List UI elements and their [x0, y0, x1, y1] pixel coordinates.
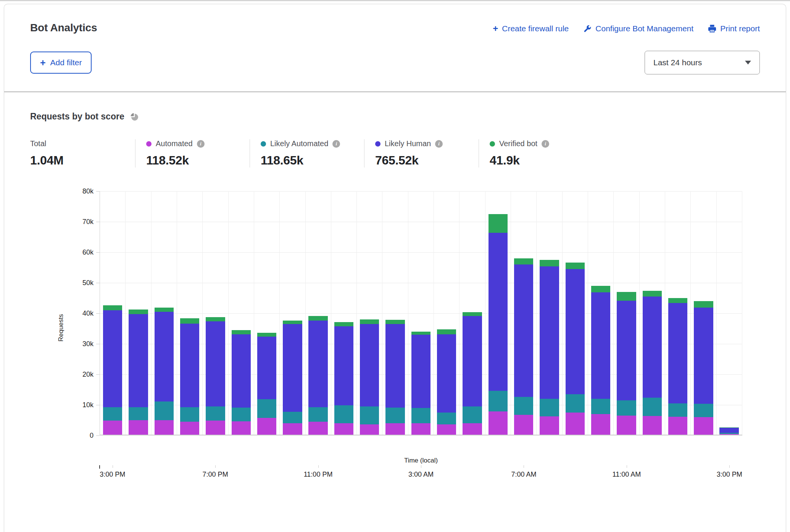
bar-segment-automated[interactable]	[283, 423, 302, 435]
info-icon[interactable]: i	[197, 140, 205, 148]
bar-segment-automated[interactable]	[257, 418, 276, 435]
bar-segment-verified_bot[interactable]	[668, 298, 687, 303]
bar-segment-automated[interactable]	[232, 421, 251, 435]
bar-segment-automated[interactable]	[463, 423, 482, 435]
bar-segment-likely_automated[interactable]	[437, 413, 456, 424]
stacked-bar[interactable]	[103, 305, 122, 435]
stacked-bar[interactable]	[334, 322, 353, 435]
bar-segment-likely_automated[interactable]	[489, 391, 508, 411]
stacked-bar[interactable]	[643, 291, 662, 435]
bar-segment-automated[interactable]	[617, 416, 636, 435]
bar-slot[interactable]	[485, 191, 511, 435]
stacked-bar[interactable]	[719, 427, 738, 435]
bar-slot[interactable]	[459, 191, 485, 435]
bar-segment-likely_human[interactable]	[206, 321, 225, 406]
stacked-bar[interactable]	[463, 312, 482, 435]
bar-segment-likely_automated[interactable]	[257, 399, 276, 418]
bar-segment-likely_human[interactable]	[232, 334, 251, 408]
bar-segment-verified_bot[interactable]	[360, 319, 379, 324]
bar-segment-likely_human[interactable]	[283, 324, 302, 412]
bar-slot[interactable]	[382, 191, 408, 435]
stacked-bar[interactable]	[232, 330, 251, 435]
create-firewall-rule-link[interactable]: + Create firewall rule	[493, 24, 569, 33]
stacked-bar[interactable]	[668, 298, 687, 435]
bar-segment-likely_human[interactable]	[668, 303, 687, 403]
bar-slot[interactable]	[280, 191, 305, 435]
bar-segment-verified_bot[interactable]	[617, 292, 636, 300]
bar-segment-likely_human[interactable]	[308, 321, 327, 407]
bar-segment-likely_automated[interactable]	[103, 407, 122, 421]
bar-slot[interactable]	[254, 191, 280, 435]
info-icon[interactable]: i	[435, 140, 443, 148]
bar-segment-likely_human[interactable]	[180, 324, 199, 407]
bar-segment-verified_bot[interactable]	[591, 286, 610, 292]
stacked-bar[interactable]	[257, 333, 276, 435]
bar-slot[interactable]	[537, 191, 562, 435]
bar-segment-automated[interactable]	[155, 420, 174, 435]
bar-segment-likely_human[interactable]	[643, 297, 662, 398]
add-filter-button[interactable]: + Add filter	[30, 52, 92, 74]
bar-segment-likely_automated[interactable]	[155, 401, 174, 420]
stacked-bar[interactable]	[360, 319, 379, 435]
bar-slot[interactable]	[640, 191, 665, 435]
stacked-bar[interactable]	[694, 301, 713, 435]
bar-segment-verified_bot[interactable]	[129, 310, 148, 314]
bar-slot[interactable]	[408, 191, 434, 435]
bar-slot[interactable]	[563, 191, 588, 435]
bar-segment-likely_human[interactable]	[334, 326, 353, 405]
bar-segment-likely_automated[interactable]	[514, 397, 533, 415]
bar-segment-likely_automated[interactable]	[566, 394, 585, 413]
bar-segment-automated[interactable]	[566, 413, 585, 435]
stacked-bar[interactable]	[566, 263, 585, 435]
bar-segment-automated[interactable]	[643, 416, 662, 435]
stacked-bar[interactable]	[489, 214, 508, 435]
bar-segment-likely_automated[interactable]	[411, 408, 430, 423]
bar-segment-automated[interactable]	[437, 424, 456, 435]
bar-segment-likely_human[interactable]	[385, 324, 405, 407]
bar-slot[interactable]	[717, 191, 742, 435]
stacked-bar[interactable]	[129, 310, 148, 435]
info-icon[interactable]: i	[332, 140, 340, 148]
configure-bot-management-link[interactable]: Configure Bot Management	[583, 24, 693, 33]
bar-segment-verified_bot[interactable]	[643, 291, 662, 296]
stacked-bar[interactable]	[308, 316, 327, 435]
stacked-bar[interactable]	[180, 318, 199, 435]
bar-segment-verified_bot[interactable]	[437, 329, 456, 334]
bar-segment-likely_automated[interactable]	[334, 405, 353, 423]
bar-segment-verified_bot[interactable]	[463, 312, 482, 316]
bar-slot[interactable]	[203, 191, 228, 435]
bar-segment-automated[interactable]	[103, 421, 122, 435]
bar-segment-likely_automated[interactable]	[668, 403, 687, 417]
bar-slot[interactable]	[691, 191, 716, 435]
bar-segment-likely_automated[interactable]	[308, 407, 327, 422]
bar-segment-likely_human[interactable]	[514, 264, 533, 397]
bar-slot[interactable]	[588, 191, 614, 435]
stacked-bar[interactable]	[283, 321, 302, 435]
bar-segment-likely_automated[interactable]	[206, 406, 225, 421]
stacked-bar[interactable]	[514, 258, 533, 435]
stacked-bar[interactable]	[540, 260, 559, 435]
bar-segment-automated[interactable]	[514, 415, 533, 435]
bar-segment-likely_human[interactable]	[489, 233, 508, 391]
bar-segment-automated[interactable]	[411, 423, 430, 435]
bar-segment-verified_bot[interactable]	[489, 214, 508, 233]
bar-segment-likely_human[interactable]	[411, 335, 430, 408]
bar-slot[interactable]	[665, 191, 691, 435]
bar-segment-likely_automated[interactable]	[129, 407, 148, 420]
bar-segment-verified_bot[interactable]	[694, 301, 713, 308]
bar-segment-verified_bot[interactable]	[206, 317, 225, 321]
bar-segment-likely_automated[interactable]	[385, 408, 405, 424]
time-range-select[interactable]: Last 24 hours	[645, 51, 760, 74]
bar-segment-verified_bot[interactable]	[308, 316, 327, 321]
bar-segment-automated[interactable]	[489, 411, 508, 435]
bar-segment-likely_automated[interactable]	[540, 399, 559, 416]
bar-segment-automated[interactable]	[385, 423, 405, 435]
bar-slot[interactable]	[331, 191, 357, 435]
bar-segment-verified_bot[interactable]	[180, 318, 199, 324]
bar-segment-likely_human[interactable]	[463, 316, 482, 406]
stacked-bar[interactable]	[206, 317, 225, 435]
bar-slot[interactable]	[357, 191, 382, 435]
bar-segment-verified_bot[interactable]	[257, 333, 276, 337]
bar-segment-automated[interactable]	[591, 414, 610, 435]
stacked-bar[interactable]	[437, 329, 456, 435]
